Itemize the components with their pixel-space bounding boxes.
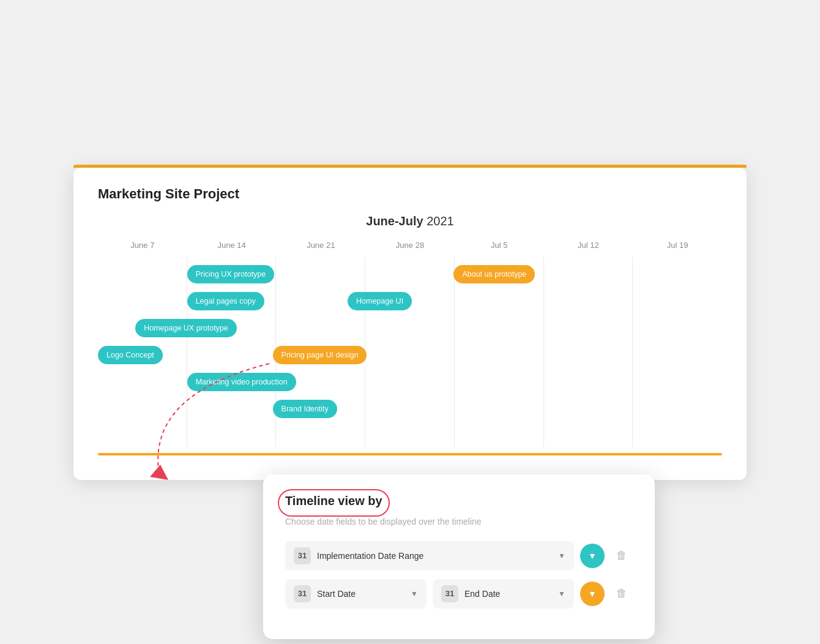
- bar-brand-identity[interactable]: Brand Identity: [273, 400, 441, 418]
- popup-title: Timeline view by: [285, 494, 382, 508]
- gantt-rows: Pricing UX prototype About us prototype …: [98, 257, 722, 426]
- chevron-icon-3: ▼: [558, 590, 565, 598]
- calendar-icon-2: 31: [294, 585, 311, 602]
- chevron-down-icon-2: ▼: [588, 589, 597, 599]
- bar-about-us[interactable]: About us prototype: [453, 265, 703, 283]
- popup-subtitle: Choose date fields to be displayed over …: [285, 517, 633, 526]
- popup-card: Timeline view by Choose date fields to b…: [263, 474, 655, 639]
- chart-title-bold: June-July: [366, 214, 423, 228]
- dropdown-row-1: 31 Implementation Date Range ▼ ▼ 🗑: [285, 541, 633, 571]
- bar-label: Pricing page UI design: [273, 346, 367, 364]
- svg-marker-0: [150, 465, 168, 480]
- bar-homepage-ui[interactable]: Homepage UI: [348, 292, 703, 310]
- col-jul12: Jul 12: [544, 241, 633, 250]
- popup-title-area: Timeline view by: [285, 494, 382, 512]
- gantt-grid: Pricing UX prototype About us prototype …: [98, 257, 722, 447]
- table-row: Legal pages copy Homepage UI: [98, 288, 722, 315]
- bar-label: Marketing video production: [187, 373, 296, 391]
- bar-label: Pricing UX prototype: [187, 265, 275, 283]
- calendar-icon-3: 31: [441, 585, 458, 602]
- expand-button-orange[interactable]: ▼: [580, 582, 605, 606]
- dropdown-row-2: 31 Start Date ▼ 31 End Date ▼ ▼ 🗑: [285, 579, 633, 608]
- gantt-bottom-bar: [98, 453, 722, 455]
- chevron-icon-2: ▼: [411, 590, 418, 598]
- page-wrapper: Marketing Site Project June-July 2021 Ju…: [73, 165, 747, 480]
- dropdown-implementation[interactable]: 31 Implementation Date Range ▼: [285, 541, 574, 571]
- gantt-header: June 7 June 14 June 21 June 28 Jul 5 Jul…: [98, 241, 722, 250]
- chart-title: June-July 2021: [98, 214, 722, 228]
- col-june28: June 28: [365, 241, 455, 250]
- table-row: Homepage UX prototype: [98, 315, 722, 342]
- table-row: Marketing video production: [98, 369, 722, 395]
- field-label-end: End Date: [464, 589, 552, 599]
- trash-button-2[interactable]: 🗑: [611, 583, 633, 605]
- dropdown-end-date[interactable]: 31 End Date ▼: [433, 579, 574, 608]
- bar-legal[interactable]: Legal pages copy: [187, 292, 306, 310]
- bar-label: Logo Concept: [98, 346, 163, 364]
- bar-label: About us prototype: [453, 265, 535, 283]
- expand-button-teal[interactable]: ▼: [580, 544, 605, 568]
- trash-icon-1: 🗑: [616, 549, 627, 562]
- project-title: Marketing Site Project: [98, 186, 722, 202]
- bar-label: Legal pages copy: [187, 292, 264, 310]
- bar-homepage-ux[interactable]: Homepage UX prototype: [135, 319, 385, 337]
- table-row: Pricing UX prototype About us prototype: [98, 261, 722, 288]
- bar-label: Brand Identity: [273, 400, 337, 418]
- field-label-start: Start Date: [317, 589, 404, 599]
- trash-button-1[interactable]: 🗑: [611, 545, 633, 567]
- trash-icon-2: 🗑: [616, 587, 627, 600]
- bar-logo[interactable]: Logo Concept: [98, 346, 192, 364]
- col-jul19: Jul 19: [633, 241, 722, 250]
- field-label-implementation: Implementation Date Range: [317, 551, 552, 561]
- col-june7: June 7: [98, 241, 187, 250]
- chevron-down-icon: ▼: [588, 551, 597, 561]
- chevron-icon-1: ▼: [558, 552, 565, 560]
- bar-label: Homepage UI: [348, 292, 412, 310]
- col-june21: June 21: [276, 241, 365, 250]
- bar-marketing-video[interactable]: Marketing video production: [187, 373, 537, 391]
- chart-title-year: 2021: [423, 214, 454, 228]
- col-june14: June 14: [187, 241, 277, 250]
- table-row: Brand Identity: [98, 395, 722, 422]
- bar-label: Homepage UX prototype: [135, 319, 237, 337]
- bar-pricing-page[interactable]: Pricing page UI design: [273, 346, 504, 364]
- calendar-icon-1: 31: [294, 547, 311, 564]
- gantt-card: Marketing Site Project June-July 2021 Ju…: [73, 168, 747, 480]
- dropdown-start-date[interactable]: 31 Start Date ▼: [285, 579, 427, 608]
- top-accent-bar: [73, 165, 747, 168]
- col-jul5: Jul 5: [455, 241, 544, 250]
- bar-pricing-ux[interactable]: Pricing UX prototype: [187, 265, 356, 283]
- table-row: Logo Concept Pricing page UI design: [98, 342, 722, 369]
